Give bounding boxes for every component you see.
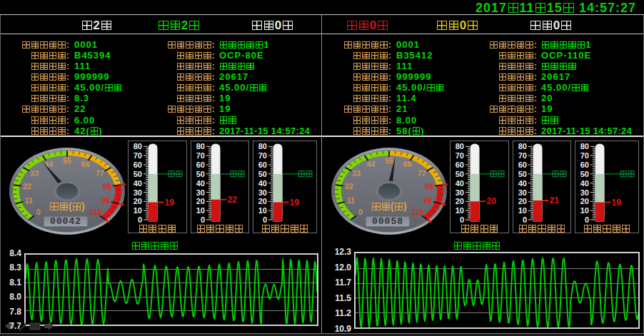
svg-text:21: 21 [550, 195, 560, 205]
svg-text:40: 40 [456, 179, 464, 188]
svg-text:11: 11 [347, 196, 355, 205]
svg-text:20: 20 [196, 197, 205, 205]
svg-text:20: 20 [580, 197, 589, 205]
svg-text:70: 70 [518, 151, 527, 160]
svg-text:50: 50 [518, 170, 527, 178]
svg-text:20: 20 [456, 197, 464, 205]
svg-text:50: 50 [580, 170, 589, 178]
svg-text:19: 19 [165, 198, 175, 208]
svg-text:40: 40 [134, 179, 142, 188]
svg-text:20: 20 [518, 197, 527, 205]
svg-text:40: 40 [580, 179, 589, 188]
svg-text:0: 0 [358, 208, 363, 216]
svg-text:40: 40 [196, 179, 205, 188]
svg-text:80: 80 [580, 142, 589, 151]
svg-text:40: 40 [518, 179, 527, 188]
svg-text:77: 77 [418, 169, 426, 178]
svg-text:10: 10 [134, 206, 142, 215]
svg-text:66: 66 [403, 160, 412, 168]
svg-text:70: 70 [258, 151, 267, 160]
svg-text:10: 10 [196, 206, 205, 215]
svg-text:88: 88 [103, 182, 111, 190]
svg-text:99: 99 [101, 196, 110, 205]
svg-text:19: 19 [290, 198, 300, 208]
svg-text:40: 40 [258, 179, 267, 188]
svg-text:60: 60 [518, 161, 527, 169]
svg-text:50: 50 [134, 170, 142, 178]
svg-text:33: 33 [30, 169, 39, 178]
svg-text:10: 10 [580, 206, 589, 215]
svg-text:70: 70 [196, 151, 205, 160]
svg-text:55: 55 [63, 156, 71, 165]
svg-text:99: 99 [423, 196, 432, 205]
svg-text:10: 10 [518, 206, 527, 215]
svg-text:60: 60 [134, 161, 142, 169]
svg-text:10: 10 [456, 206, 464, 215]
svg-text:22: 22 [345, 182, 353, 190]
svg-text:0: 0 [36, 208, 41, 216]
svg-text:44: 44 [44, 160, 53, 168]
svg-text:22: 22 [228, 195, 238, 205]
svg-text:80: 80 [258, 142, 267, 151]
svg-text:80: 80 [456, 142, 464, 151]
svg-text:20: 20 [134, 197, 142, 205]
svg-text:80: 80 [134, 142, 142, 151]
svg-text:30: 30 [196, 188, 205, 197]
svg-text:60: 60 [258, 161, 267, 169]
svg-text:10: 10 [258, 206, 267, 215]
svg-text:11: 11 [25, 196, 33, 205]
svg-text:60: 60 [456, 161, 464, 169]
svg-text:19: 19 [612, 198, 622, 208]
svg-text:70: 70 [134, 151, 142, 160]
svg-text:70: 70 [580, 151, 589, 160]
svg-text:50: 50 [258, 170, 267, 178]
svg-text:50: 50 [196, 170, 205, 178]
svg-text:50: 50 [456, 170, 464, 178]
svg-text:66: 66 [81, 160, 90, 168]
svg-text:30: 30 [580, 188, 589, 197]
svg-text:60: 60 [580, 161, 589, 169]
svg-text:20: 20 [487, 196, 497, 206]
svg-text:60: 60 [196, 161, 205, 169]
svg-text:80: 80 [518, 142, 527, 151]
svg-text:77: 77 [96, 169, 104, 178]
svg-text:70: 70 [456, 151, 464, 160]
svg-text:20: 20 [258, 197, 267, 205]
svg-text:22: 22 [23, 182, 31, 190]
svg-text:80: 80 [196, 142, 205, 151]
svg-text:88: 88 [425, 182, 433, 190]
svg-text:44: 44 [366, 160, 375, 168]
svg-text:30: 30 [134, 188, 142, 197]
svg-text:30: 30 [518, 188, 527, 197]
svg-text:30: 30 [456, 188, 464, 197]
svg-text:33: 33 [352, 169, 361, 178]
svg-text:55: 55 [385, 156, 393, 165]
svg-text:30: 30 [258, 188, 267, 197]
